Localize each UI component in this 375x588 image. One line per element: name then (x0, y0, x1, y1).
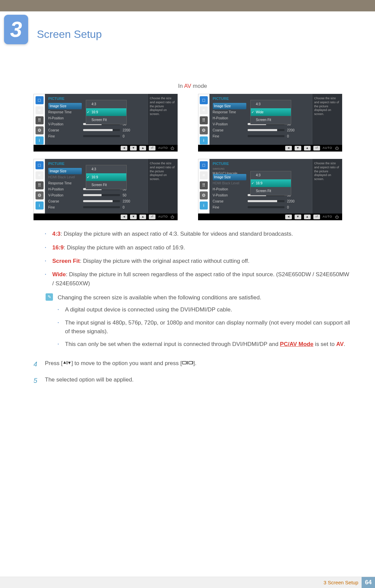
slider-track[interactable] (248, 200, 285, 202)
list-icon[interactable]: ≡ (36, 106, 44, 114)
option-desc: : Display the picture with an aspect rat… (61, 231, 293, 237)
osd-item-label: H-Position (48, 187, 82, 192)
osd-option[interactable]: 4:3 (86, 165, 126, 173)
left-button[interactable]: ◄ (121, 146, 127, 151)
osd-tab-icons: □≡⠿⚙i (198, 159, 209, 214)
osd-option[interactable]: 16:9 (86, 173, 126, 181)
slider-fill (248, 200, 277, 202)
info-icon[interactable]: i (200, 201, 208, 210)
option-key: Screen Fit (52, 258, 80, 264)
osd-option[interactable]: 16:9 (251, 179, 291, 187)
slider-fill (248, 129, 277, 131)
up-button[interactable]: ▲ (304, 146, 311, 151)
power-icon[interactable]: ⏻ (171, 145, 174, 151)
aspect-option-item: Wide: Display the picture in full screen… (45, 270, 352, 288)
up-button[interactable]: ▲ (139, 146, 146, 151)
slider-track[interactable] (83, 129, 120, 131)
power-icon[interactable]: ⏻ (335, 145, 339, 151)
aspect-ratio-list: 4:3: Display the picture with an aspect … (45, 230, 352, 288)
info-icon[interactable]: i (36, 136, 44, 144)
down-button[interactable]: ▼ (130, 215, 137, 219)
osd-menu-item[interactable]: Coarse2200 (209, 198, 312, 204)
gear-icon[interactable]: ⚙ (200, 191, 208, 199)
left-button[interactable]: ◄ (121, 215, 127, 219)
list-icon[interactable]: ≡ (200, 171, 208, 179)
osd-menu-item[interactable]: V-Position50 (45, 192, 147, 198)
osd-menu-item[interactable]: Coarse2200 (45, 127, 147, 133)
info-icon[interactable]: i (200, 136, 208, 144)
resize-icon[interactable]: ⠿ (36, 181, 44, 189)
option-desc: : Display the picture with an aspect rat… (64, 244, 185, 251)
list-icon[interactable]: ≡ (200, 106, 208, 114)
osd-option[interactable]: 4:3 (251, 100, 291, 108)
resize-icon[interactable]: ⠿ (200, 116, 208, 124)
slider-value: 2200 (123, 128, 130, 133)
enter-button[interactable]: ⏎ (313, 215, 320, 219)
down-button[interactable]: ▼ (295, 215, 301, 219)
page-header: 3 Screen Setup (0, 11, 375, 38)
down-button[interactable]: ▼ (130, 146, 137, 151)
auto-button[interactable]: AUTO (323, 215, 332, 219)
monitor-icon[interactable]: □ (36, 96, 44, 104)
down-button[interactable]: ▼ (295, 146, 301, 151)
osd-menu-item[interactable]: Fine0 (209, 133, 312, 139)
power-icon[interactable]: ⏻ (171, 214, 174, 220)
pcav-mode-link[interactable]: PC/AV Mode (280, 341, 313, 347)
resize-icon[interactable]: ⠿ (200, 181, 208, 189)
osd-item-label: V-Position (48, 193, 82, 198)
osd-main: PICTUREImage SizeResponse TimeH-Position… (209, 94, 312, 145)
osd-item-label: Response Time (48, 110, 82, 115)
osd-option[interactable]: Wide (251, 108, 291, 116)
osd-menu-item[interactable]: Coarse2200 (45, 198, 147, 204)
gear-icon[interactable]: ⚙ (36, 191, 44, 199)
osd-option[interactable]: Screen Fit (251, 187, 291, 195)
slider-track[interactable] (248, 135, 285, 137)
osd-option[interactable]: Screen Fit (86, 116, 126, 124)
gear-icon[interactable]: ⚙ (36, 126, 44, 134)
osd-option[interactable]: Screen Fit (251, 116, 291, 124)
slider-track[interactable] (83, 194, 120, 196)
auto-button[interactable]: AUTO (323, 146, 332, 151)
monitor-icon[interactable]: □ (200, 96, 208, 104)
monitor-icon[interactable]: □ (200, 161, 208, 169)
left-button[interactable]: ◄ (285, 146, 292, 151)
osd-menu-item[interactable]: Fine0 (209, 204, 312, 210)
enter-button[interactable]: ⏎ (149, 215, 155, 219)
slider-track[interactable] (83, 135, 120, 137)
osd-main: PICTUREImage SizeHDMI Black LevelRespons… (45, 159, 147, 214)
mode-suffix: mode (191, 83, 207, 89)
info-icon[interactable]: i (36, 201, 44, 210)
slider-track[interactable] (248, 206, 285, 208)
osd-grid: □≡⠿⚙iPICTUREImage SizeResponse TimeH-Pos… (34, 94, 352, 220)
osd-option[interactable]: Screen Fit (86, 181, 126, 189)
osd-menu-item[interactable]: Coarse2200 (209, 127, 312, 133)
osd-menu-item[interactable]: Fine0 (45, 133, 147, 139)
osd-button-bar: ◄▼▲⏎AUTO⏻ (198, 214, 342, 220)
power-icon[interactable]: ⏻ (335, 214, 339, 220)
auto-button[interactable]: AUTO (158, 215, 168, 219)
enter-button[interactable]: ⏎ (313, 146, 320, 151)
slider-track[interactable] (248, 129, 285, 131)
gear-icon[interactable]: ⚙ (200, 126, 208, 134)
enter-button[interactable]: ⏎ (149, 146, 155, 151)
note-box: ✎ Changing the screen size is available … (46, 293, 352, 353)
auto-button[interactable]: AUTO (158, 146, 168, 151)
osd-option[interactable]: 4:3 (251, 171, 291, 179)
mode-label: In AV mode (34, 82, 352, 91)
osd-option[interactable]: 16:9 (86, 108, 126, 116)
resize-icon[interactable]: ⠿ (36, 116, 44, 124)
osd-option-popup: 4:316:9Screen Fit (86, 100, 127, 124)
monitor-icon[interactable]: □ (36, 161, 44, 169)
up-button[interactable]: ▲ (139, 215, 146, 219)
osd-item-label: Fine (48, 134, 82, 139)
osd-menu-item[interactable]: Fine0 (45, 204, 147, 210)
left-button[interactable]: ◄ (285, 215, 292, 219)
up-down-glyph (63, 359, 71, 368)
list-icon[interactable]: ≡ (36, 171, 44, 179)
osd-item-label: Image Size (213, 103, 246, 110)
up-button[interactable]: ▲ (304, 215, 311, 219)
slider-track[interactable] (83, 200, 120, 202)
osd-option[interactable]: 4:3 (86, 100, 126, 108)
slider-track[interactable] (83, 206, 120, 208)
osd-item-label: Coarse (213, 128, 246, 133)
